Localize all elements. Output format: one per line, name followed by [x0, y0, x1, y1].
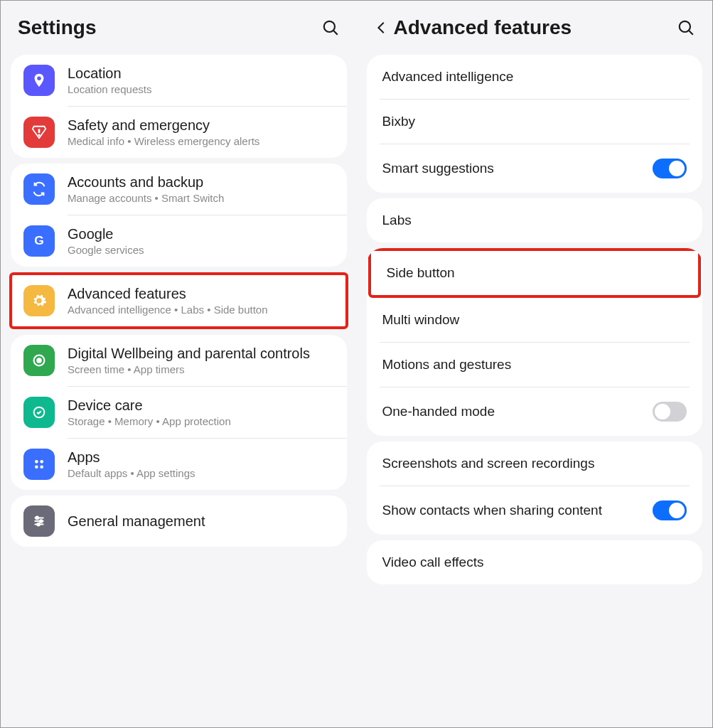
- settings-item-google[interactable]: GGoogleGoogle services: [11, 215, 347, 267]
- row-title: Bixby: [382, 114, 687, 129]
- search-button[interactable]: [677, 18, 695, 37]
- row-title: Device care: [68, 397, 334, 414]
- svg-point-10: [40, 460, 43, 464]
- advanced-features-panel: Advanced features Advanced intelligenceB…: [357, 1, 713, 727]
- highlighted-row: Advanced featuresAdvanced intelligence •…: [9, 272, 348, 329]
- row-title: Multi window: [382, 312, 687, 328]
- row-title: Safety and emergency: [68, 117, 334, 134]
- advanced-item-multi-window[interactable]: Multi window: [367, 298, 703, 342]
- settings-group: Digital Wellbeing and parental controlsS…: [11, 335, 347, 490]
- advanced-item-labs[interactable]: Labs: [367, 198, 703, 242]
- row-subtitle: Screen time • App timers: [68, 363, 334, 375]
- settings-list: LocationLocation requestsSafety and emer…: [1, 49, 357, 552]
- sliders-icon: [23, 505, 55, 537]
- settings-group: Accounts and backupManage accounts • Sma…: [11, 164, 347, 267]
- svg-point-18: [37, 523, 40, 526]
- settings-item-safety-and-emergency[interactable]: Safety and emergencyMedical info • Wirel…: [11, 107, 347, 158]
- row-text: GoogleGoogle services: [68, 226, 334, 256]
- svg-line-1: [333, 31, 337, 34]
- settings-item-accounts-and-backup[interactable]: Accounts and backupManage accounts • Sma…: [11, 164, 347, 215]
- row-title: General management: [68, 513, 334, 530]
- settings-item-apps[interactable]: AppsDefault apps • App settings: [11, 439, 347, 490]
- google-icon: G: [23, 225, 55, 257]
- row-title: Google: [68, 226, 334, 242]
- svg-rect-3: [38, 134, 41, 136]
- settings-item-location[interactable]: LocationLocation requests: [11, 55, 347, 106]
- advanced-title: Advanced features: [394, 16, 677, 39]
- settings-item-advanced-features[interactable]: Advanced featuresAdvanced intelligence •…: [12, 275, 345, 326]
- row-title: Digital Wellbeing and parental controls: [68, 346, 334, 362]
- search-button[interactable]: [321, 18, 340, 37]
- settings-group: LocationLocation requestsSafety and emer…: [11, 55, 347, 158]
- row-title: Video call effects: [382, 555, 687, 570]
- toggle-switch[interactable]: [653, 500, 687, 520]
- row-subtitle: Advanced intelligence • Labs • Side butt…: [68, 304, 334, 316]
- advanced-group: Advanced intelligenceBixbySmart suggesti…: [367, 55, 703, 193]
- row-text: Safety and emergencyMedical info • Wirel…: [68, 117, 334, 147]
- advanced-header: Advanced features: [357, 1, 713, 49]
- toggle-switch[interactable]: [653, 159, 687, 178]
- advanced-group: Video call effects: [367, 540, 703, 584]
- row-title: Show contacts when sharing content: [382, 503, 653, 518]
- advanced-item-motions-and-gestures[interactable]: Motions and gestures: [367, 343, 703, 387]
- settings-item-general-management[interactable]: General management: [11, 496, 347, 547]
- row-title: Location: [68, 65, 334, 82]
- svg-line-20: [689, 31, 692, 34]
- row-title: Advanced intelligence: [382, 69, 687, 85]
- settings-panel: Settings LocationLocation requestsSafety…: [1, 1, 357, 727]
- settings-item-device-care[interactable]: Device careStorage • Memory • App protec…: [11, 387, 347, 438]
- row-subtitle: Medical info • Wireless emergency alerts: [68, 135, 334, 147]
- advanced-item-one-handed-mode[interactable]: One-handed mode: [367, 387, 703, 436]
- svg-point-16: [40, 520, 43, 523]
- advanced-item-side-button[interactable]: Side button: [371, 251, 699, 295]
- row-text: AppsDefault apps • App settings: [68, 449, 334, 479]
- settings-item-digital-wellbeing-and-parental-controls[interactable]: Digital Wellbeing and parental controlsS…: [11, 335, 347, 386]
- advanced-list: Advanced intelligenceBixbySmart suggesti…: [357, 49, 713, 590]
- row-subtitle: Google services: [68, 244, 334, 256]
- row-title: Apps: [68, 449, 334, 466]
- row-title: Labs: [382, 213, 687, 228]
- advanced-item-smart-suggestions[interactable]: Smart suggestions: [367, 144, 703, 193]
- row-text: Device careStorage • Memory • App protec…: [68, 397, 334, 427]
- advanced-item-screenshots-and-screen-recordings[interactable]: Screenshots and screen recordings: [367, 441, 703, 486]
- svg-text:G: G: [34, 233, 43, 247]
- highlighted-row: Side button: [368, 248, 702, 298]
- settings-group: General management: [11, 496, 347, 547]
- svg-point-0: [323, 21, 334, 32]
- settings-title: Settings: [18, 16, 321, 39]
- row-subtitle: Storage • Memory • App protection: [68, 415, 334, 427]
- search-icon: [321, 18, 340, 37]
- row-subtitle: Manage accounts • Smart Switch: [68, 192, 334, 204]
- search-icon: [677, 18, 695, 37]
- advanced-group: Screenshots and screen recordingsShow co…: [367, 441, 703, 535]
- alert-icon: [23, 117, 55, 148]
- advanced-item-bixby[interactable]: Bixby: [367, 100, 703, 144]
- advanced-item-show-contacts-when-sharing-content[interactable]: Show contacts when sharing content: [367, 486, 703, 535]
- advanced-group: Labs: [367, 198, 703, 242]
- back-button[interactable]: [374, 20, 394, 36]
- advanced-item-video-call-effects[interactable]: Video call effects: [367, 540, 703, 584]
- row-title: Motions and gestures: [382, 357, 687, 373]
- svg-point-7: [37, 358, 41, 363]
- row-title: Smart suggestions: [382, 161, 653, 176]
- row-title: Screenshots and screen recordings: [382, 456, 687, 471]
- sync-icon: [23, 173, 55, 205]
- settings-header: Settings: [1, 1, 357, 49]
- row-title: Side button: [387, 265, 683, 281]
- svg-rect-2: [38, 129, 41, 133]
- care-icon: [23, 397, 55, 428]
- row-title: One-handed mode: [382, 404, 653, 419]
- toggle-switch[interactable]: [653, 402, 687, 422]
- svg-point-14: [36, 517, 38, 520]
- location-icon: [23, 65, 55, 96]
- back-icon: [374, 20, 390, 36]
- svg-point-11: [35, 465, 38, 469]
- apps-icon: [23, 449, 55, 480]
- advanced-group: Side buttonMulti windowMotions and gestu…: [367, 248, 703, 436]
- row-text: LocationLocation requests: [68, 65, 334, 95]
- advanced-item-advanced-intelligence[interactable]: Advanced intelligence: [367, 55, 703, 99]
- row-subtitle: Location requests: [68, 83, 334, 95]
- row-text: General management: [68, 513, 334, 530]
- row-text: Advanced featuresAdvanced intelligence •…: [68, 286, 334, 316]
- row-subtitle: Default apps • App settings: [68, 467, 334, 479]
